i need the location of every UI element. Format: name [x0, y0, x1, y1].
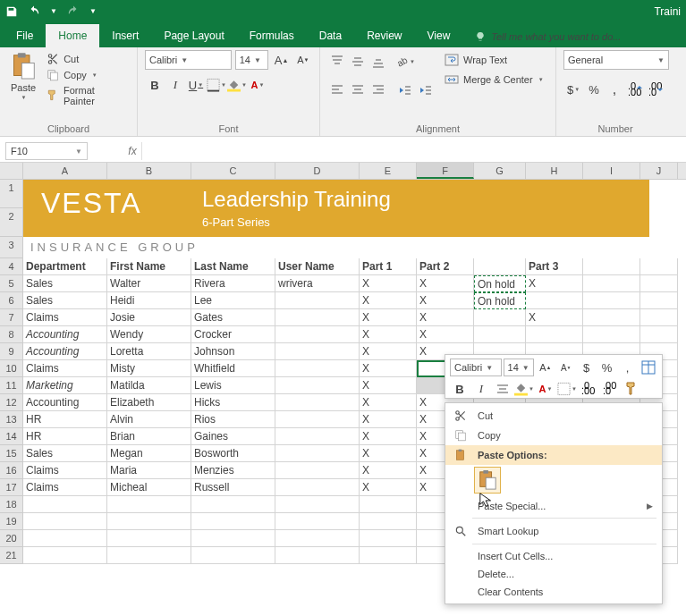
- cell-B4[interactable]: First Name: [107, 258, 191, 275]
- row-header-9[interactable]: 9: [0, 343, 23, 360]
- font-color-button[interactable]: A▼: [248, 75, 267, 95]
- cell-C20[interactable]: [191, 530, 275, 547]
- mini-bold-button[interactable]: B: [450, 379, 470, 399]
- row-header-12[interactable]: 12: [0, 394, 23, 411]
- font-name-combo[interactable]: Calibri▼: [145, 50, 232, 70]
- cell-D11[interactable]: [275, 377, 360, 394]
- cell-E16[interactable]: X: [360, 462, 417, 479]
- mini-dec-decimal-icon[interactable]: .00.0: [600, 379, 620, 399]
- row-header-3[interactable]: 3: [0, 237, 23, 258]
- row-header-2[interactable]: 2: [0, 208, 23, 237]
- cell-I6[interactable]: [583, 292, 640, 309]
- cell-J8[interactable]: [640, 326, 678, 343]
- cell-J6[interactable]: [640, 292, 678, 309]
- decrease-font-icon[interactable]: A▼: [294, 50, 312, 70]
- mini-italic-button[interactable]: I: [471, 379, 491, 399]
- ctx-delete[interactable]: Delete...: [445, 565, 662, 583]
- cell-D18[interactable]: [275, 496, 360, 513]
- cell-B19[interactable]: [107, 513, 191, 530]
- cell-E11[interactable]: X: [360, 377, 417, 394]
- cell-D21[interactable]: [275, 547, 360, 564]
- comma-format-icon[interactable]: ,: [605, 80, 624, 99]
- cell-H5[interactable]: X: [526, 275, 583, 292]
- cell-B12[interactable]: Elizabeth: [107, 394, 191, 411]
- cell-H7[interactable]: X: [526, 309, 583, 326]
- cell-A19[interactable]: [23, 513, 107, 530]
- cell-F4[interactable]: Part 2: [417, 258, 474, 275]
- cell-C9[interactable]: Johnson: [191, 343, 275, 360]
- cell-D14[interactable]: [275, 428, 360, 445]
- increase-font-icon[interactable]: A▲: [272, 50, 290, 70]
- cell-E19[interactable]: [360, 513, 417, 530]
- cell-J4[interactable]: [640, 258, 678, 275]
- cell-I8[interactable]: [583, 326, 640, 343]
- cell-A16[interactable]: Claims: [23, 462, 107, 479]
- row-header-5[interactable]: 5: [0, 275, 23, 292]
- cell-B10[interactable]: Misty: [107, 360, 191, 377]
- align-center-icon[interactable]: [348, 80, 368, 100]
- format-painter-button[interactable]: Format Painter: [45, 84, 130, 107]
- cell-B8[interactable]: Wendy: [107, 326, 191, 343]
- cell-H4[interactable]: Part 3: [526, 258, 583, 275]
- cell-C21[interactable]: [191, 547, 275, 564]
- cell-C16[interactable]: Menzies: [191, 462, 275, 479]
- row-header-8[interactable]: 8: [0, 326, 23, 343]
- row-header-17[interactable]: 17: [0, 479, 23, 496]
- col-header-H[interactable]: H: [526, 163, 583, 179]
- row-header-4[interactable]: 4: [0, 258, 23, 275]
- cell-G6[interactable]: On hold: [474, 292, 526, 309]
- cell-A20[interactable]: [23, 530, 107, 547]
- mini-inc-decimal-icon[interactable]: .0.00: [579, 379, 598, 399]
- cell-A17[interactable]: Claims: [23, 479, 107, 496]
- cell-C10[interactable]: Whitfield: [191, 360, 275, 377]
- cell-E9[interactable]: X: [360, 343, 417, 360]
- cell-E4[interactable]: Part 1: [360, 258, 417, 275]
- cell-J7[interactable]: [640, 309, 678, 326]
- cell-C6[interactable]: Lee: [191, 292, 275, 309]
- mini-size-combo[interactable]: 14▼: [504, 359, 535, 376]
- cell-E20[interactable]: [360, 530, 417, 547]
- cell-D19[interactable]: [275, 513, 360, 530]
- qat-customize-icon[interactable]: ▼: [89, 7, 97, 15]
- align-left-icon[interactable]: [327, 80, 347, 100]
- mini-currency-icon[interactable]: $: [577, 358, 596, 377]
- mini-fill-color-button[interactable]: ▼: [514, 379, 534, 399]
- cell-G5[interactable]: On hold: [474, 275, 526, 292]
- select-all-corner[interactable]: [0, 163, 23, 179]
- cell-F8[interactable]: X: [417, 326, 474, 343]
- increase-indent-icon[interactable]: [416, 80, 436, 100]
- cell-I4[interactable]: [583, 258, 640, 275]
- accounting-format-icon[interactable]: $▼: [563, 80, 583, 99]
- cell-E10[interactable]: X: [360, 360, 417, 377]
- cell-E18[interactable]: [360, 496, 417, 513]
- cell-A13[interactable]: HR: [23, 411, 107, 428]
- cell-C18[interactable]: [191, 496, 275, 513]
- cell-E12[interactable]: X: [360, 394, 417, 411]
- percent-format-icon[interactable]: %: [584, 80, 604, 99]
- cell-A6[interactable]: Sales: [23, 292, 107, 309]
- cell-F6[interactable]: X: [417, 292, 474, 309]
- col-header-E[interactable]: E: [360, 163, 417, 179]
- mini-format-painter-icon[interactable]: [622, 379, 641, 399]
- cell-B14[interactable]: Brian: [107, 428, 191, 445]
- cell-D16[interactable]: [275, 462, 360, 479]
- save-icon[interactable]: [5, 5, 18, 18]
- cell-D15[interactable]: [275, 445, 360, 462]
- cell-H8[interactable]: [526, 326, 583, 343]
- cell-A18[interactable]: [23, 496, 107, 513]
- cell-I5[interactable]: [583, 275, 640, 292]
- mini-comma-icon[interactable]: ,: [618, 358, 637, 377]
- col-header-C[interactable]: C: [191, 163, 275, 179]
- mini-font-combo[interactable]: Calibri▼: [450, 359, 502, 376]
- cell-C5[interactable]: Rivera: [191, 275, 275, 292]
- cell-D20[interactable]: [275, 530, 360, 547]
- underline-button[interactable]: U▼: [186, 75, 206, 95]
- cell-C14[interactable]: Gaines: [191, 428, 275, 445]
- cell-H6[interactable]: [526, 292, 583, 309]
- orientation-icon[interactable]: ab▼: [395, 52, 415, 72]
- cell-F5[interactable]: X: [417, 275, 474, 292]
- cell-D10[interactable]: [275, 360, 360, 377]
- cell-B5[interactable]: Walter: [107, 275, 191, 292]
- redo-icon[interactable]: [66, 5, 80, 18]
- cell-A21[interactable]: [23, 547, 107, 564]
